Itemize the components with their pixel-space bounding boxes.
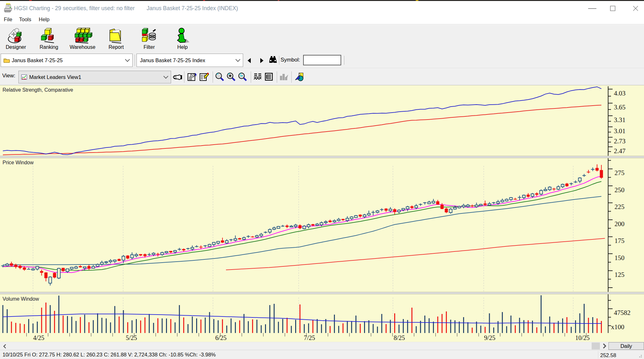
svg-text:Price Window: Price Window bbox=[3, 160, 34, 165]
svg-text:3.31: 3.31 bbox=[614, 116, 626, 124]
svg-text:225: 225 bbox=[614, 203, 625, 211]
svg-text:4.03: 4.03 bbox=[614, 89, 626, 97]
svg-text:6/25: 6/25 bbox=[215, 334, 227, 341]
svg-text:x100: x100 bbox=[611, 323, 624, 331]
svg-text:275: 275 bbox=[614, 169, 625, 177]
svg-text:250: 250 bbox=[614, 186, 625, 194]
svg-text:2.47: 2.47 bbox=[614, 147, 626, 155]
svg-text:4/25: 4/25 bbox=[33, 334, 44, 341]
svg-text:2.73: 2.73 bbox=[614, 137, 626, 145]
svg-text:7/25: 7/25 bbox=[304, 334, 315, 341]
svg-text:Relative Strength, Comparative: Relative Strength, Comparative bbox=[3, 87, 73, 93]
svg-text:150: 150 bbox=[614, 254, 625, 262]
svg-text:3.01: 3.01 bbox=[614, 127, 626, 135]
svg-text:Volume Window: Volume Window bbox=[3, 296, 39, 302]
svg-text:175: 175 bbox=[614, 237, 625, 245]
svg-text:47582: 47582 bbox=[614, 309, 631, 317]
svg-text:5/25: 5/25 bbox=[126, 334, 137, 341]
svg-text:3.65: 3.65 bbox=[614, 103, 626, 111]
svg-text:8/25: 8/25 bbox=[394, 334, 405, 341]
svg-text:10/25: 10/25 bbox=[575, 334, 590, 341]
svg-text:9/25: 9/25 bbox=[484, 334, 495, 341]
svg-text:125: 125 bbox=[614, 271, 625, 278]
svg-text:200: 200 bbox=[614, 220, 625, 228]
